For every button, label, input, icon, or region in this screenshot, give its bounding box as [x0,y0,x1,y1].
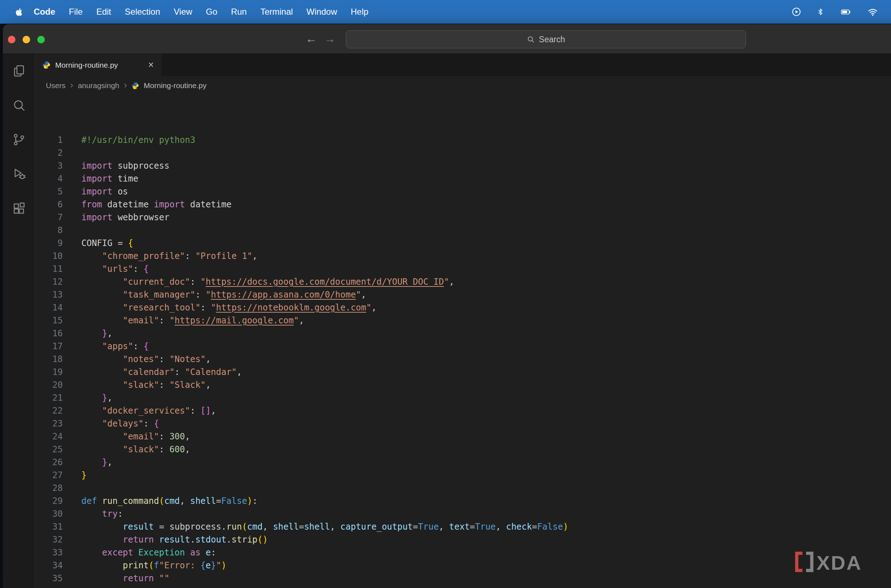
breadcrumb-item-file[interactable]: Morning-routine.py [144,81,206,90]
menu-item-terminal[interactable]: Terminal [253,7,300,17]
code-line: 9CONFIG = { [35,237,891,250]
code-token: "task_manager" [123,290,195,300]
code-token: cmd [247,522,262,532]
activitybar-run-debug[interactable] [3,157,35,191]
code-line: 34 print(f"Error: {e}") [35,559,891,572]
svg-text:XDA: XDA [816,552,862,573]
code-line: 16 }, [35,327,891,340]
menu-item-run[interactable]: Run [224,7,253,17]
battery-icon[interactable] [839,7,852,16]
editor-region: Morning-routine.py × Users › anuragsingh… [35,54,891,588]
code-token: import [81,212,113,222]
code-line: 25 "slack": 600, [35,443,891,456]
wifi-icon[interactable] [867,7,878,17]
code-text: from datetime import datetime [63,198,232,211]
code-token [81,264,102,274]
activitybar-search[interactable] [3,88,35,123]
screen-mirroring-icon[interactable] [792,7,801,17]
code-token [81,354,123,364]
activitybar-source-control[interactable] [3,123,35,157]
forward-button[interactable]: → [324,32,336,46]
menu-item-selection[interactable]: Selection [118,7,167,17]
line-number: 34 [35,559,63,572]
code-token: : [185,251,195,261]
code-token [81,509,102,519]
code-text [63,482,81,495]
zoom-button[interactable] [37,36,45,44]
code-token: "chrome_profile" [102,251,185,261]
code-token: stdout [195,535,227,544]
code-line: 36 [35,585,891,588]
menu-item-window[interactable]: Window [300,7,344,17]
code-text: def run_command(cmd, shell=False): [63,495,257,507]
code-text: } [63,469,86,482]
code-token: , [206,380,211,390]
breadcrumb-item-users[interactable]: Users [46,81,66,90]
code-token: " [206,290,211,300]
code-token: = subprocess. [154,522,226,532]
minimize-button[interactable] [23,36,30,44]
menu-item-help[interactable]: Help [344,7,375,17]
code-text: result = subprocess.run(cmd, shell=shell… [63,520,568,533]
code-token: : [211,548,216,558]
code-token: e [206,548,211,558]
source-control-branch-icon [12,132,26,147]
code-text: import subprocess [63,159,170,172]
python-icon [42,61,51,69]
code-text: "delays": { [63,417,159,430]
code-token: "Slack" [170,380,206,390]
code-token: , [263,522,273,532]
code-token: , [439,522,449,532]
code-token: from [81,200,102,210]
activitybar-explorer[interactable] [3,54,35,88]
line-number: 4 [35,172,63,185]
line-number: 11 [35,262,63,275]
back-button[interactable]: ← [306,32,317,46]
bluetooth-icon[interactable] [816,7,824,17]
menu-item-edit[interactable]: Edit [90,7,118,17]
apple-menu[interactable] [14,7,23,17]
code-text: print(f"Error: {e}") [63,559,227,572]
menu-item-go[interactable]: Go [199,7,224,17]
close-button[interactable] [8,36,15,44]
extensions-icon [12,201,26,216]
tab-morning-routine[interactable]: Morning-routine.py × [35,54,161,76]
xda-watermark: XDA [793,551,879,574]
line-number: 16 [35,327,63,340]
python-icon [131,82,139,90]
activitybar-extensions[interactable] [3,191,35,226]
code-text: }, [63,456,113,469]
code-token: , [107,328,112,338]
line-number: 18 [35,353,63,366]
breadcrumb-item-anuragsingh[interactable]: anuragsingh [78,81,119,90]
code-token: "" [159,573,170,584]
code-line: 1#!/usr/bin/env python3 [35,134,891,147]
code-line: 35 return "" [35,572,891,585]
menu-item-code[interactable]: Code [27,7,62,17]
search-bar[interactable]: Search [346,30,746,48]
line-number: 17 [35,340,63,353]
code-token: , [107,457,112,467]
line-number: 12 [35,275,63,288]
code-token: True [475,522,496,532]
code-token: def [81,496,102,506]
code-line: 21 }, [35,392,891,404]
code-text: }, [63,392,113,404]
code-token: ( [242,522,247,532]
code-token [81,290,123,300]
code-token: run_command [102,496,159,506]
code-token: : [252,496,257,506]
tab-close-icon[interactable]: × [148,60,154,70]
code-token: : [200,303,211,313]
line-number: 1 [35,134,63,147]
menu-item-view[interactable]: View [167,7,199,17]
code-token: shell [304,522,330,532]
line-number: 2 [35,147,63,159]
code-token: } [102,457,107,467]
code-token [133,548,138,558]
menu-item-file[interactable]: File [62,7,90,17]
code-token: : [159,315,170,326]
code-area[interactable]: 1#!/usr/bin/env python323import subproce… [35,95,891,588]
code-token [81,522,123,532]
code-token: : [159,380,170,390]
